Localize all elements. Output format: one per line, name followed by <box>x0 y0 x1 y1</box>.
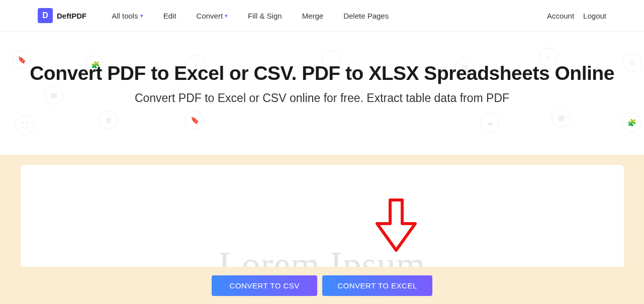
main-nav: All tools ▾ Edit Convert ▾ Fill & Sign M… <box>112 12 389 20</box>
chevron-down-icon: ▾ <box>225 13 228 19</box>
nav-delete-pages-label: Delete Pages <box>343 12 389 20</box>
logo-text: DeftPDF <box>57 12 86 20</box>
nav-edit-label: Edit <box>163 12 176 20</box>
nav-edit[interactable]: Edit <box>163 12 176 20</box>
page-subtitle: Convert PDF to Excel or CSV online for f… <box>20 91 624 105</box>
nav-fill-sign-label: Fill & Sign <box>248 12 282 20</box>
logo-link[interactable]: D DeftPDF <box>38 8 86 23</box>
convert-to-csv-button[interactable]: CONVERT TO CSV <box>212 275 317 296</box>
nav-delete-pages[interactable]: Delete Pages <box>343 12 389 20</box>
page-title: Convert PDF to Excel or CSV. PDF to XLSX… <box>20 62 624 85</box>
account-area: Account Logout <box>547 12 606 20</box>
nav-convert[interactable]: Convert ▾ <box>197 12 228 20</box>
action-bar: CONVERT TO CSV CONVERT TO EXCEL <box>0 267 644 304</box>
nav-fill-sign[interactable]: Fill & Sign <box>248 12 282 20</box>
account-link[interactable]: Account <box>547 12 574 20</box>
logo-icon: D <box>38 8 53 23</box>
nav-merge[interactable]: Merge <box>302 12 324 20</box>
logout-link[interactable]: Logout <box>583 12 606 20</box>
nav-merge-label: Merge <box>302 12 324 20</box>
nav-all-tools[interactable]: All tools ▾ <box>112 12 143 20</box>
hero-section: Convert PDF to Excel or CSV. PDF to XLSX… <box>0 32 644 125</box>
upload-card[interactable]: Lorem Ipsum <box>21 165 624 275</box>
nav-all-tools-label: All tools <box>112 12 138 20</box>
convert-to-excel-button[interactable]: CONVERT TO EXCEL <box>322 275 432 296</box>
chevron-down-icon: ▾ <box>140 13 143 19</box>
nav-convert-label: Convert <box>197 12 223 20</box>
main-header: D DeftPDF All tools ▾ Edit Convert ▾ Fil… <box>0 0 644 32</box>
